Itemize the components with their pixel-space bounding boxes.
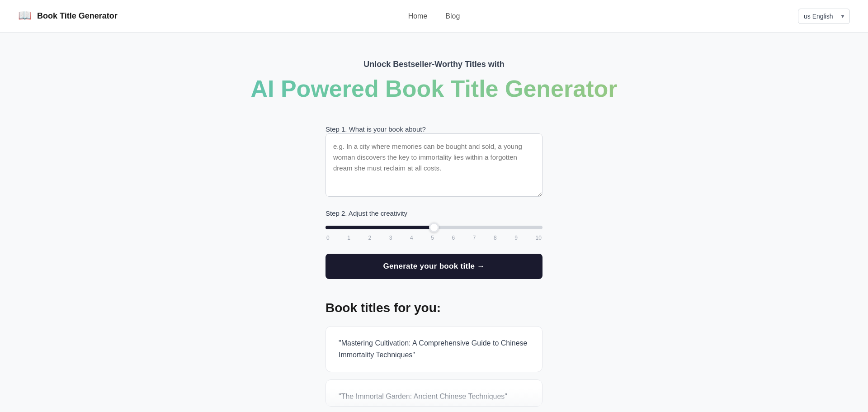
hero-title: AI Powered Book Title Generator (9, 75, 859, 103)
main-content: Unlock Bestseller-Worthy Titles with AI … (0, 33, 868, 412)
logo-icon: 📖 (18, 9, 33, 24)
step2-label: Step 2. Adjust the creativity (326, 209, 407, 217)
language-selector[interactable]: us English uk English French German Span… (798, 9, 850, 24)
results-heading: Book titles for you: (326, 301, 542, 315)
site-header: 📖 Book Title Generator Home Blog us Engl… (0, 0, 868, 33)
language-selector-wrapper: us English uk English French German Span… (798, 9, 850, 24)
logo-text: Book Title Generator (37, 11, 118, 21)
step1-label: Step 1. What is your book about? (326, 125, 426, 133)
hero-section: Unlock Bestseller-Worthy Titles with AI … (9, 60, 859, 103)
form-section: Step 1. What is your book about? Step 2.… (326, 125, 542, 301)
book-description-input[interactable] (326, 133, 542, 197)
tick-6: 6 (452, 235, 455, 241)
title-card-2: "The Immortal Garden: Ancient Chinese Te… (326, 379, 542, 407)
tick-8: 8 (494, 235, 497, 241)
nav-home[interactable]: Home (408, 12, 428, 20)
creativity-section: Step 2. Adjust the creativity 0 1 2 3 4 … (326, 209, 542, 241)
title-card-1: "Mastering Cultivation: A Comprehensive … (326, 326, 542, 372)
tick-7: 7 (473, 235, 476, 241)
slider-labels: 0 1 2 3 4 5 6 7 8 9 10 (326, 235, 542, 241)
generate-button[interactable]: Generate your book title → (326, 254, 542, 279)
creativity-slider[interactable] (326, 226, 542, 229)
results-section: Book titles for you: "Mastering Cultivat… (326, 301, 542, 406)
slider-wrapper (326, 223, 542, 231)
logo-link[interactable]: 📖 Book Title Generator (18, 9, 118, 24)
tick-2: 2 (368, 235, 372, 241)
main-nav: Home Blog (408, 12, 460, 20)
tick-4: 4 (410, 235, 413, 241)
tick-1: 1 (347, 235, 350, 241)
hero-subtitle: Unlock Bestseller-Worthy Titles with (9, 60, 859, 69)
tick-9: 9 (514, 235, 518, 241)
tick-5: 5 (431, 235, 434, 241)
tick-3: 3 (389, 235, 392, 241)
step1-section: Step 1. What is your book about? (326, 125, 542, 209)
nav-blog[interactable]: Blog (445, 12, 460, 20)
tick-10: 10 (536, 235, 542, 241)
tick-0: 0 (326, 235, 330, 241)
